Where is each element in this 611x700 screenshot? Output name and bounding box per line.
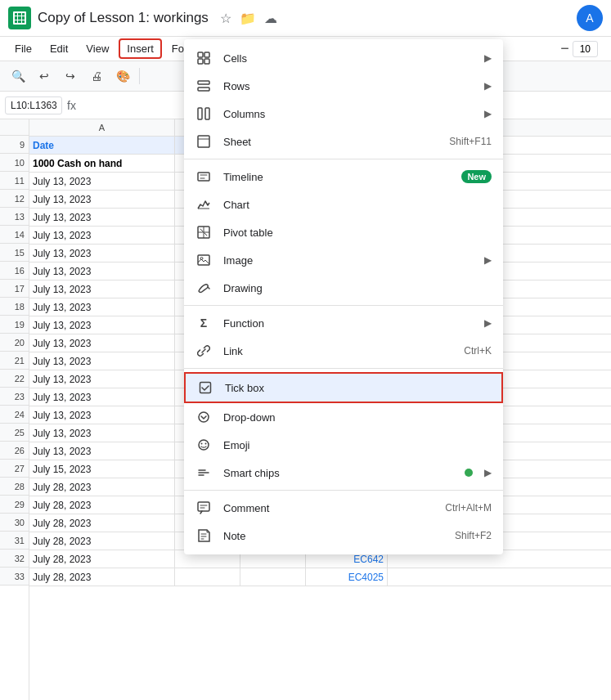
image-arrow: ▶ — [484, 254, 492, 266]
cell-a24[interactable]: July 13, 2023 — [29, 406, 175, 424]
cell-a17[interactable]: July 13, 2023 — [29, 280, 175, 298]
menu-insert[interactable]: Insert — [119, 38, 162, 59]
menu-item-tickbox[interactable]: Tick box — [184, 372, 503, 403]
cell-a10[interactable]: 1000 Cash on hand — [29, 155, 175, 172]
cell-a26[interactable]: July 13, 2023 — [29, 442, 175, 460]
svg-rect-1 — [204, 52, 209, 57]
table-row: July 28, 2023 EC4025 — [29, 568, 611, 586]
cell-a19[interactable]: July 13, 2023 — [29, 316, 175, 334]
menu-item-comment[interactable]: Comment Ctrl+Alt+M — [184, 494, 503, 522]
cell-b33[interactable] — [175, 568, 240, 586]
row-28: 28 — [0, 478, 29, 496]
cell-c33[interactable] — [240, 568, 306, 586]
cell-a31[interactable]: July 28, 2023 — [29, 532, 175, 550]
timeline-label: Timeline — [223, 171, 450, 183]
menu-item-note[interactable]: Note Shift+F2 — [184, 522, 503, 550]
folder-icon[interactable]: 📁 — [240, 11, 256, 26]
menu-item-sheet[interactable]: Sheet Shift+F11 — [184, 128, 503, 155]
bookmark-icon[interactable]: ☆ — [220, 11, 231, 26]
link-icon — [195, 343, 212, 359]
menu-item-rows[interactable]: Rows ▶ — [184, 72, 503, 100]
svg-rect-3 — [204, 59, 209, 64]
cell-a15[interactable]: July 13, 2023 — [29, 245, 175, 262]
cell-a22[interactable]: July 13, 2023 — [29, 370, 175, 388]
cell-a33[interactable]: July 28, 2023 — [29, 568, 175, 586]
zoom-level[interactable]: 10 — [573, 41, 598, 57]
cells-arrow: ▶ — [484, 52, 492, 64]
row-23: 23 — [0, 388, 29, 406]
profile-button[interactable]: A — [577, 5, 603, 31]
insert-menu-dropdown: Cells ▶ Rows ▶ Columns ▶ — [184, 39, 503, 554]
cell-a25[interactable]: July 13, 2023 — [29, 424, 175, 442]
sheet-label: Sheet — [223, 136, 438, 148]
svg-rect-0 — [198, 52, 203, 57]
cell-a16[interactable]: July 13, 2023 — [29, 262, 175, 280]
link-label: Link — [223, 345, 452, 357]
tickbox-icon — [197, 379, 213, 396]
cell-a29[interactable]: July 28, 2023 — [29, 496, 175, 514]
link-shortcut: Ctrl+K — [464, 345, 492, 357]
redo-button[interactable]: ↪ — [59, 65, 82, 88]
menu-item-image[interactable]: Image ▶ — [184, 246, 503, 274]
cell-a13[interactable]: July 13, 2023 — [29, 209, 175, 226]
columns-icon — [195, 105, 212, 122]
menu-item-function[interactable]: Σ Function ▶ — [184, 309, 503, 337]
svg-point-16 — [199, 440, 209, 450]
paint-format-button[interactable]: 🎨 — [111, 65, 134, 88]
row-21: 21 — [0, 352, 29, 370]
cell-a27[interactable]: July 15, 2023 — [29, 460, 175, 478]
cell-a18[interactable]: July 13, 2023 — [29, 298, 175, 316]
cell-a11[interactable]: July 13, 2023 — [29, 173, 175, 190]
menu-item-emoji[interactable]: Emoji — [184, 431, 503, 459]
cell-a14[interactable]: July 13, 2023 — [29, 227, 175, 244]
smart-chips-dot — [465, 469, 473, 477]
menu-item-link[interactable]: Link Ctrl+K — [184, 337, 503, 365]
menu-item-columns[interactable]: Columns ▶ — [184, 100, 503, 128]
menu-item-timeline[interactable]: Timeline New — [184, 163, 503, 191]
zoom-minus[interactable]: − — [560, 40, 569, 57]
cell-a9[interactable]: Date — [29, 137, 175, 154]
row-24: 24 — [0, 406, 29, 424]
title-actions: ☆ 📁 ☁ — [220, 11, 277, 26]
cell-a23[interactable]: July 13, 2023 — [29, 388, 175, 406]
print-button[interactable]: 🖨 — [85, 65, 108, 88]
chart-icon — [195, 196, 212, 213]
sheets-logo — [8, 7, 31, 29]
search-button[interactable]: 🔍 — [7, 65, 29, 88]
smartchips-label: Smart chips — [223, 467, 453, 479]
menu-item-cells[interactable]: Cells ▶ — [184, 44, 503, 72]
row-13: 13 — [0, 208, 29, 226]
menu-item-smartchips[interactable]: Smart chips ▶ — [184, 459, 503, 487]
cells-icon — [195, 50, 212, 66]
cell-a12[interactable]: July 13, 2023 — [29, 191, 175, 208]
menu-view[interactable]: View — [78, 38, 117, 59]
row-25: 25 — [0, 424, 29, 442]
undo-button[interactable]: ↩ — [33, 65, 56, 88]
cell-d33[interactable]: EC4025 — [306, 568, 388, 586]
smartchips-icon — [195, 464, 212, 481]
columns-label: Columns — [223, 108, 473, 120]
cloud-icon[interactable]: ☁ — [264, 11, 277, 26]
menu-item-chart[interactable]: Chart — [184, 191, 503, 218]
cell-a32[interactable]: July 28, 2023 — [29, 550, 175, 568]
cell-a20[interactable]: July 13, 2023 — [29, 334, 175, 352]
col-header-a[interactable]: A — [29, 119, 175, 136]
menu-item-drawing[interactable]: Drawing — [184, 274, 503, 302]
menu-item-dropdown[interactable]: Drop-down — [184, 403, 503, 431]
cell-a28[interactable]: July 28, 2023 — [29, 478, 175, 496]
row-18: 18 — [0, 298, 29, 316]
cell-reference[interactable]: L10:L1363 — [5, 96, 62, 114]
row-9: 9 — [0, 136, 29, 154]
row-32: 32 — [0, 550, 29, 568]
menu-file[interactable]: File — [7, 38, 40, 59]
row-10: 10 — [0, 154, 29, 172]
svg-rect-6 — [198, 108, 202, 119]
menu-item-pivot[interactable]: Pivot table — [184, 218, 503, 246]
svg-rect-2 — [198, 59, 203, 64]
divider-3 — [184, 368, 503, 369]
menu-edit[interactable]: Edit — [42, 38, 76, 59]
cell-a21[interactable]: July 13, 2023 — [29, 352, 175, 370]
svg-rect-8 — [198, 136, 209, 147]
timeline-new-badge: New — [461, 170, 492, 183]
cell-a30[interactable]: July 28, 2023 — [29, 514, 175, 532]
